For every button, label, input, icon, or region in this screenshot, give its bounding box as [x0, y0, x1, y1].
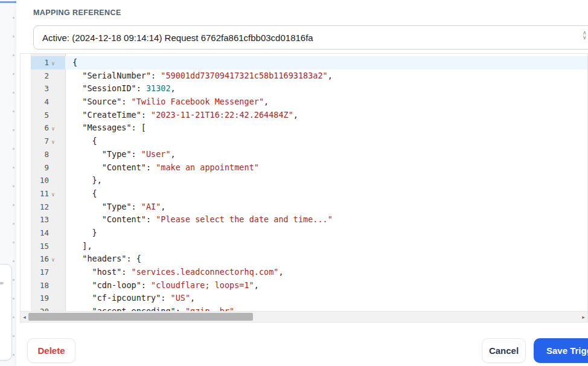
line-gutter: 15 — [31, 240, 65, 253]
fold-toggle-icon[interactable]: ∨ — [49, 56, 57, 69]
background-card-mark — [0, 282, 4, 284]
code-line[interactable]: 9 "Content": "make an appointment" — [21, 161, 587, 175]
code-line[interactable]: 6∨ "Messages": [ — [21, 121, 587, 135]
scroll-right-arrow-icon[interactable]: ▸ — [580, 312, 587, 322]
code-line[interactable]: 4 "Source": "Twilio Facebook Messenger", — [21, 95, 587, 109]
line-gutter: 17 — [31, 266, 65, 279]
line-gutter: 9 — [31, 161, 65, 175]
line-gutter: 19 — [31, 292, 65, 305]
horizontal-scrollbar[interactable]: ◂ ▸ — [21, 311, 587, 322]
scrollbar-thumb[interactable] — [28, 313, 253, 321]
delete-button[interactable]: Delete — [27, 338, 75, 363]
fold-toggle-icon[interactable]: ∨ — [49, 252, 57, 266]
code-line[interactable]: 12 "Type": "AI", — [21, 201, 587, 214]
save-trigger-button[interactable]: Save Trigger — [534, 338, 588, 363]
code-line[interactable]: 20 "accept-encoding": "gzip, br", — [21, 305, 587, 311]
code-line[interactable]: 3 "SessionID": 31302, — [21, 82, 587, 95]
line-gutter: 18 — [31, 279, 65, 292]
line-gutter: 2 — [31, 69, 65, 83]
line-gutter: 8 — [31, 148, 65, 161]
code-line[interactable]: 13 "Content": "Please select the date an… — [21, 213, 587, 226]
code-line[interactable]: 5 "CreateTime": "2023-11-21T16:22:42.264… — [21, 109, 587, 122]
line-gutter: 7∨ — [31, 135, 65, 148]
line-gutter: 12 — [31, 201, 65, 214]
line-gutter: 16∨ — [31, 252, 65, 266]
code-line[interactable]: 10 }, — [21, 174, 587, 187]
code-line[interactable]: 14 } — [21, 226, 587, 240]
fold-toggle-icon[interactable]: ∨ — [49, 187, 57, 201]
line-gutter: 3 — [31, 82, 65, 95]
code-line[interactable]: 2 "SerialNumber": "59001dd73709417321c58… — [21, 69, 587, 83]
line-gutter: 10 — [31, 174, 65, 187]
cancel-button[interactable]: Cancel — [482, 338, 526, 363]
code-line[interactable]: 1∨{ — [21, 56, 587, 69]
mapping-reference-label: MAPPING REFERENCE — [33, 8, 121, 17]
code-line[interactable]: 8 "Type": "User", — [21, 148, 587, 161]
code-line[interactable]: 15 ], — [21, 240, 587, 253]
code-line[interactable]: 19 "cf-ipcountry": "US", — [21, 292, 587, 305]
line-gutter: 14 — [31, 226, 65, 240]
request-version-select-value: Active: (2024-12-18 09:14:14) Request 67… — [34, 33, 313, 43]
combobox-chevrons-icon: ∧ ∨ — [583, 30, 587, 40]
line-gutter: 1∨ — [31, 56, 65, 69]
code-line[interactable]: 16∨ "headers": { — [21, 252, 587, 266]
trigger-settings-modal: MAPPING REFERENCE Active: (2024-12-18 09… — [16, 0, 588, 366]
fold-toggle-icon[interactable]: ∨ — [49, 121, 57, 135]
code-line[interactable]: 17 "host": "services.leadconnectorhq.com… — [21, 266, 587, 279]
line-gutter: 4 — [31, 95, 65, 109]
code-line[interactable]: 7∨ { — [21, 135, 587, 148]
selected-node-edge — [0, 1, 16, 3]
line-gutter: 5 — [31, 109, 65, 122]
line-gutter: 6∨ — [31, 121, 65, 135]
request-version-select[interactable]: Active: (2024-12-18 09:14:14) Request 67… — [33, 25, 588, 50]
fold-toggle-icon[interactable]: ∨ — [49, 135, 57, 148]
json-editor[interactable]: 1∨{2 "SerialNumber": "59001dd73709417321… — [20, 53, 588, 323]
code-line[interactable]: 18 "cdn-loop": "cloudflare; loops=1", — [21, 279, 587, 292]
line-gutter: 11∨ — [31, 187, 65, 201]
scroll-left-arrow-icon[interactable]: ◂ — [21, 312, 28, 322]
line-gutter: 13 — [31, 213, 65, 226]
code-lines[interactable]: 1∨{2 "SerialNumber": "59001dd73709417321… — [21, 54, 587, 311]
background-card — [0, 264, 12, 361]
code-line[interactable]: 11∨ { — [21, 187, 587, 201]
line-gutter: 20 — [31, 305, 65, 311]
